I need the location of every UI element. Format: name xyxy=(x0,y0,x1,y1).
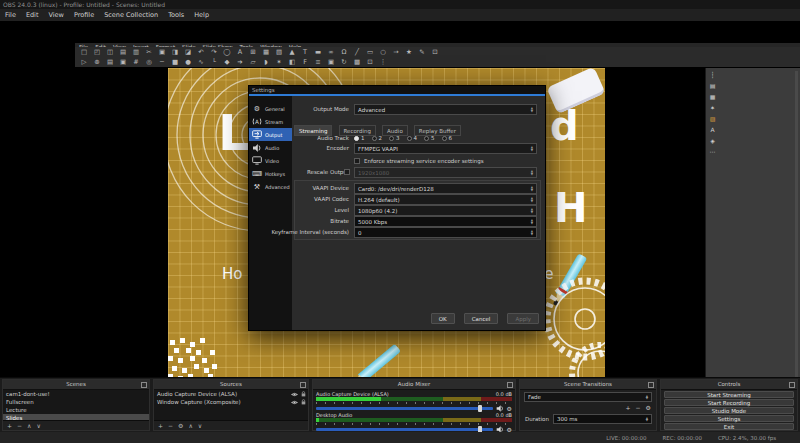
lock-icon[interactable] xyxy=(301,399,306,405)
slide-transition-icon[interactable]: ▦ xyxy=(710,93,716,100)
callout-icon[interactable]: ◗ xyxy=(261,58,271,67)
ok-button[interactable]: OK xyxy=(431,313,455,324)
connector-icon[interactable]: └ xyxy=(209,58,219,67)
crop-image-icon[interactable]: ⊡ xyxy=(365,58,375,67)
audio-track-2-radio[interactable]: 2 xyxy=(372,135,383,141)
rotate-icon[interactable]: ↻ xyxy=(339,58,349,67)
add-transition-button[interactable]: + xyxy=(626,404,631,411)
table-icon[interactable]: ▦ xyxy=(261,48,271,57)
menu-help[interactable]: Help xyxy=(194,11,209,19)
navigator-icon[interactable]: ◈ xyxy=(710,137,715,144)
spelling-icon[interactable]: A xyxy=(235,48,245,57)
rectangle-icon[interactable]: ▭ xyxy=(365,48,375,57)
menu-scene-collection[interactable]: Scene Collection xyxy=(104,11,158,19)
select-icon[interactable]: ▷ xyxy=(79,58,89,67)
fontwork-icon[interactable]: F xyxy=(300,58,310,67)
special-character-icon[interactable]: Ω xyxy=(339,48,349,57)
find-replace-icon[interactable]: ◯ xyxy=(222,48,232,57)
new-icon[interactable]: □ xyxy=(79,48,89,57)
sidebar-item-video[interactable]: Video xyxy=(249,154,292,167)
add-scene-button[interactable]: + xyxy=(7,422,12,429)
line2-icon[interactable]: ─ xyxy=(157,58,167,67)
open-icon[interactable]: ◰ xyxy=(92,48,102,57)
volume-slider[interactable] xyxy=(316,407,493,410)
menu-file[interactable]: File xyxy=(5,11,16,19)
menu-profile[interactable]: Profile xyxy=(74,11,94,19)
lock-icon[interactable] xyxy=(301,391,306,397)
spinner-arrows-icon[interactable]: ▲▼ xyxy=(531,219,533,224)
cut-icon[interactable]: ✂ xyxy=(144,48,154,57)
bitrate-input[interactable]: 5000 Kbps ▲▼ xyxy=(354,216,537,227)
menu-tools[interactable]: Tools xyxy=(168,11,184,19)
visibility-eye-icon[interactable] xyxy=(291,392,298,397)
sidebar-item-advanced[interactable]: ⚒ Advanced xyxy=(249,180,292,193)
filled-rect-icon[interactable]: ■ xyxy=(170,58,180,67)
volume-slider[interactable] xyxy=(316,428,493,431)
flowchart-icon[interactable]: ▱ xyxy=(248,58,258,67)
export-pdf-icon[interactable]: ▤ xyxy=(118,48,128,57)
hyperlink-icon[interactable]: ∞ xyxy=(326,48,336,57)
paste-icon[interactable]: ◨ xyxy=(170,48,180,57)
dock-menu-icon[interactable] xyxy=(789,382,795,388)
shadow-icon[interactable]: ▩ xyxy=(352,58,362,67)
output-mode-select[interactable]: Advanced ▲▼ xyxy=(354,104,537,115)
undo-icon[interactable]: ↶ xyxy=(196,48,206,57)
edit-points-icon[interactable]: ⋮ xyxy=(378,58,388,67)
crop-icon[interactable]: ⊡ xyxy=(430,48,440,57)
draw-icon[interactable]: ✎ xyxy=(417,48,427,57)
star-icon[interactable]: ★ xyxy=(404,48,414,57)
stars-icon[interactable]: ✶ xyxy=(274,58,284,67)
sidebar-item-audio[interactable]: Audio xyxy=(249,141,292,154)
settings-button[interactable]: Settings xyxy=(664,415,794,422)
scene-down-button[interactable]: ∨ xyxy=(36,422,40,429)
scene-item[interactable]: Lecture xyxy=(3,406,149,414)
slider-handle[interactable] xyxy=(478,405,482,412)
dock-menu-icon[interactable] xyxy=(648,382,654,388)
mixer-dock-header[interactable]: Audio Mixer xyxy=(313,380,515,390)
3d-objects-icon[interactable]: ◧ xyxy=(287,58,297,67)
start-recording-button[interactable]: Start Recording xyxy=(664,399,794,406)
dock-menu-icon[interactable] xyxy=(141,382,147,388)
curve-icon[interactable]: ∿ xyxy=(196,58,206,67)
source-item[interactable]: Audio Capture Device (ALSA) xyxy=(154,390,308,398)
source-properties-button[interactable]: ⚙ xyxy=(178,422,183,429)
animation-icon[interactable]: ✶ xyxy=(710,104,715,111)
views-icon[interactable]: ▤ xyxy=(105,58,115,67)
speaker-icon[interactable] xyxy=(496,405,504,412)
remove-transition-button[interactable]: − xyxy=(636,404,641,411)
remove-source-button[interactable]: − xyxy=(168,422,173,429)
remove-scene-button[interactable]: − xyxy=(17,422,22,429)
line-icon[interactable]: ╱ xyxy=(352,48,362,57)
sidebar-handle[interactable]: ┆ xyxy=(711,71,715,78)
menu-edit[interactable]: Edit xyxy=(26,11,39,19)
scenes-dock-header[interactable]: Scenes xyxy=(3,380,149,390)
insert-image-icon[interactable]: ▧ xyxy=(274,48,284,57)
audio-track-4-radio[interactable]: 4 xyxy=(407,135,418,141)
styles-icon[interactable]: A xyxy=(710,126,714,133)
source-item[interactable]: Window Capture (Xcomposite) xyxy=(154,398,308,406)
cancel-button[interactable]: Cancel xyxy=(464,313,499,324)
rescale-output-checkbox[interactable] xyxy=(344,169,350,175)
audio-track-5-radio[interactable]: 5 xyxy=(424,135,435,141)
block-arrows-icon[interactable]: ➔ xyxy=(235,58,245,67)
filled-ellipse-icon[interactable]: ● xyxy=(183,58,193,67)
transition-properties-button[interactable]: ⚙ xyxy=(646,404,651,411)
apply-button[interactable]: Apply xyxy=(507,313,539,324)
ellipse-icon[interactable]: ○ xyxy=(378,48,388,57)
spinner-arrows-icon[interactable]: ▲▼ xyxy=(646,417,648,422)
sidebar-item-output[interactable]: Output xyxy=(249,128,292,141)
transitions-dock-header[interactable]: Scene Transitions xyxy=(520,380,656,390)
more-options-icon[interactable]: ⋯ xyxy=(710,148,716,155)
transition-select[interactable]: Fade ▲▼ xyxy=(524,392,652,402)
sidebar-item-hotkeys[interactable]: ⌨ Hotkeys xyxy=(249,167,292,180)
enforce-settings-checkbox[interactable] xyxy=(354,158,360,164)
encoder-select[interactable]: FFMPEG VAAPI ▲▼ xyxy=(354,143,537,154)
spinner-arrows-icon[interactable]: ▲▼ xyxy=(531,230,533,235)
clone-formatting-icon[interactable]: ◪ xyxy=(183,48,193,57)
sidebar-item-general[interactable]: ⚙ General xyxy=(249,102,292,115)
arrange-icon[interactable]: ▣ xyxy=(326,58,336,67)
gallery-icon[interactable]: ▨ xyxy=(710,115,716,122)
scene-up-button[interactable]: ∧ xyxy=(27,422,31,429)
add-source-button[interactable]: + xyxy=(158,422,163,429)
source-down-button[interactable]: ∨ xyxy=(198,422,202,429)
